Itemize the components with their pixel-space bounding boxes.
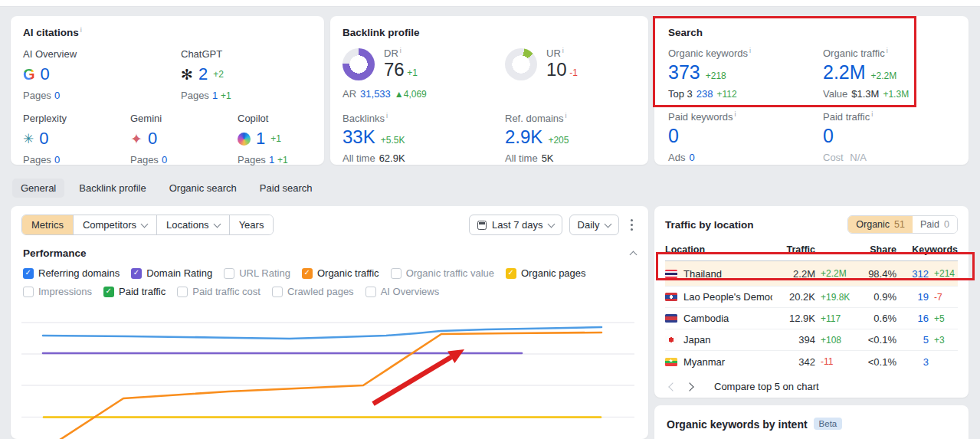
calendar-icon <box>477 221 487 230</box>
date-range-dropdown[interactable]: Last 7 days <box>469 215 562 235</box>
traffic-by-location-title: Traffic by location <box>665 219 754 231</box>
collapse-chevron-icon[interactable] <box>630 251 637 259</box>
info-icon[interactable] <box>80 26 82 34</box>
ur-delta: -1 <box>569 67 578 78</box>
keywords-value[interactable]: 19 <box>896 291 929 303</box>
share-value: 0.9% <box>858 291 896 303</box>
table-row-japan[interactable]: Japan 394 +108 <0.1% 5 +3 <box>665 329 958 351</box>
table-row-myanmar[interactable]: Myanmar 342 -11 <0.1% 3 <box>665 351 958 372</box>
checkbox-label: URL Rating <box>239 267 290 279</box>
tab-organic-search[interactable]: Organic search <box>161 179 245 198</box>
share-value: 98.4% <box>858 268 896 280</box>
toggle-paid-count: 0 <box>944 219 949 230</box>
checkbox-ai-overviews[interactable]: AI Overviews <box>365 286 440 297</box>
info-icon[interactable] <box>386 112 388 120</box>
info-icon[interactable] <box>735 110 736 118</box>
pages-value[interactable]: 0 <box>54 90 60 101</box>
checkbox-organic-traffic[interactable]: Organic traffic <box>302 267 379 279</box>
page-prev-icon[interactable] <box>668 382 677 391</box>
chatgpt-stat: ChatGPT ✻2+2 Pages1+1 <box>181 48 234 101</box>
tab-general[interactable]: General <box>12 179 64 198</box>
perplexity-stat: Perplexity ✳0 Pages0 <box>23 113 130 165</box>
top3-delta: +112 <box>717 89 737 100</box>
gemini-icon: ✦ <box>130 130 143 148</box>
granularity-dropdown[interactable]: Daily <box>569 215 619 235</box>
checkbox-label: Crawled pages <box>287 286 354 297</box>
organic-keywords-value[interactable]: 373 <box>668 61 700 84</box>
alltime-label: All time <box>505 152 538 164</box>
ai-overview-label: AI Overview <box>23 48 181 60</box>
compare-top5-link[interactable]: Compare top 5 on chart <box>714 381 819 392</box>
location-name: Japan <box>683 334 710 346</box>
checkbox-paid-traffic[interactable]: Paid traffic <box>103 286 166 297</box>
info-icon[interactable] <box>887 47 888 54</box>
toggle-organic-count: 51 <box>894 219 905 230</box>
traffic-delta: +108 <box>815 335 858 346</box>
checkbox-organic-traffic-value[interactable]: Organic traffic value <box>391 267 494 279</box>
pages-value[interactable]: 0 <box>162 154 167 165</box>
toggle-organic[interactable]: Organic51 <box>848 216 913 233</box>
value-delta: +1.3M <box>883 89 909 100</box>
organic-keywords-stat: Organic keywords 373+218 Top 3238+112 <box>668 48 823 100</box>
info-icon[interactable] <box>562 47 564 54</box>
checkbox-icon <box>131 268 142 279</box>
top3-value[interactable]: 238 <box>696 88 713 100</box>
keywords-value[interactable]: 3 <box>896 356 929 368</box>
paid-keywords-label: Paid keywords <box>668 111 733 123</box>
paid-keywords-value[interactable]: 0 <box>668 125 679 147</box>
metrics-label: Metrics <box>31 219 64 231</box>
checkbox-crawled-pages[interactable]: Crawled pages <box>272 286 354 297</box>
checkbox-organic-pages[interactable]: Organic pages <box>506 267 586 279</box>
pages-value[interactable]: 1 <box>269 154 274 165</box>
traffic-by-location-card: Traffic by location Organic51 Paid0 Loca… <box>654 206 969 398</box>
cost-label: Cost <box>823 152 844 163</box>
info-icon[interactable] <box>400 47 402 54</box>
more-options-menu[interactable] <box>626 216 638 234</box>
years-button[interactable]: Years <box>230 215 274 234</box>
paid-traffic-value[interactable]: 0 <box>823 125 834 147</box>
checkbox-paid-traffic-cost[interactable]: Paid traffic cost <box>177 286 261 297</box>
ads-value[interactable]: 0 <box>689 152 694 163</box>
checkbox-referring-domains[interactable]: Referring domains <box>23 267 120 279</box>
keywords-value[interactable]: 5 <box>896 334 929 346</box>
pages-label: Pages <box>238 154 266 165</box>
ar-value[interactable]: 31,533 <box>360 88 391 100</box>
toggle-paid[interactable]: Paid0 <box>913 216 957 233</box>
checkbox-url-rating[interactable]: URL Rating <box>224 267 290 279</box>
competitors-label: Competitors <box>83 219 136 231</box>
pages-value[interactable]: 1 <box>212 90 218 101</box>
checkbox-domain-rating[interactable]: Domain Rating <box>131 267 212 279</box>
metrics-button[interactable]: Metrics <box>22 215 74 234</box>
myanmar-flag <box>665 358 677 366</box>
checkbox-icon <box>391 268 402 279</box>
keywords-value[interactable]: 16 <box>896 313 929 324</box>
page-next-icon[interactable] <box>685 382 693 391</box>
pages-value[interactable]: 0 <box>54 154 60 165</box>
copilot-value: 1 <box>256 129 265 149</box>
competitors-dropdown[interactable]: Competitors <box>74 215 157 234</box>
info-icon[interactable] <box>871 110 873 118</box>
tab-paid-search[interactable]: Paid search <box>251 179 321 198</box>
keywords-value[interactable]: 312 <box>896 268 929 280</box>
organic-traffic-delta: +2.2M <box>871 70 897 81</box>
value-label: Value <box>823 88 847 100</box>
location-name: Cambodia <box>683 313 729 324</box>
tab-backlink-profile[interactable]: Backlink profile <box>70 179 154 198</box>
checkbox-icon <box>302 268 313 279</box>
table-row-laos[interactable]: Lao People's Democratic Reput 20.2K +19.… <box>665 287 958 308</box>
locations-dropdown[interactable]: Locations <box>157 215 230 234</box>
traffic-delta: +117 <box>815 313 858 324</box>
info-icon[interactable] <box>565 112 567 120</box>
ref-domains-value[interactable]: 2.9K <box>505 126 542 148</box>
google-icon: G <box>23 66 35 84</box>
checkbox-impressions[interactable]: Impressions <box>23 286 92 297</box>
ref-domains-label: Ref. domains <box>505 113 564 124</box>
keywords-delta: +214 <box>929 268 958 279</box>
alltime-value: 62.9K <box>379 152 405 164</box>
table-row-cambodia[interactable]: Cambodia 12.9K +117 0.6% 16 +5 <box>665 308 958 329</box>
pages-label: Pages <box>130 154 159 165</box>
backlinks-value[interactable]: 33K <box>343 126 375 148</box>
table-row-thailand[interactable]: Thailand 2.2M +2.2M 98.4% 312 +214 <box>665 261 958 287</box>
info-icon[interactable] <box>749 47 751 54</box>
organic-traffic-value[interactable]: 2.2M <box>823 61 866 84</box>
